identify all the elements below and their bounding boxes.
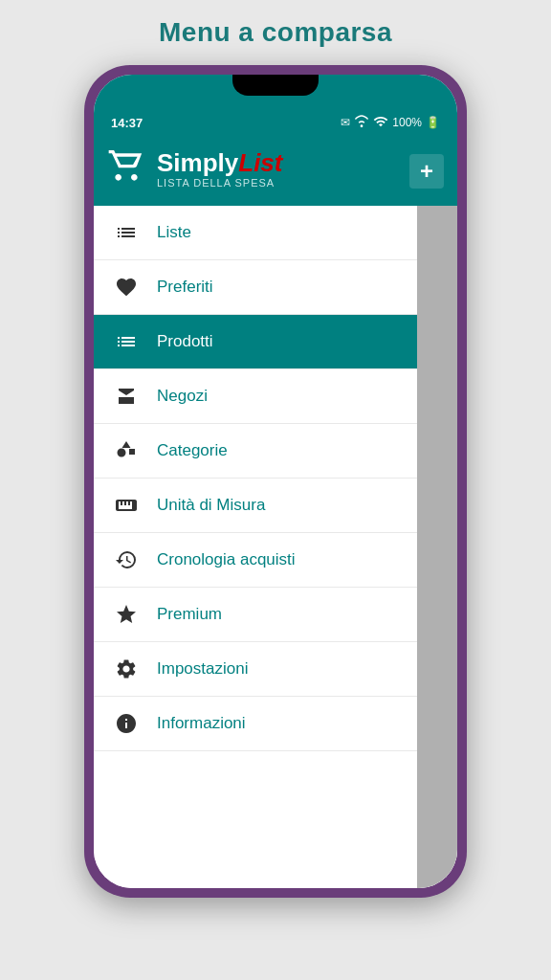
categories-icon (113, 439, 140, 462)
app-title-block: SimplyList LISTA DELLA SPESA (157, 150, 282, 189)
menu-label-premium: Premium (157, 605, 222, 624)
main-content: Liste Preferiti Prodotti (94, 206, 457, 888)
battery-icon: 🔋 (426, 116, 440, 129)
app-title-simply: Simply (157, 148, 238, 177)
menu-label-categorie: Categorie (157, 441, 228, 460)
notch (232, 75, 319, 96)
app-subtitle: LISTA DELLA SPESA (157, 177, 282, 189)
add-button[interactable]: + (409, 154, 444, 189)
cart-icon (107, 145, 145, 192)
star-icon (113, 603, 140, 626)
signal-icon (373, 114, 388, 132)
history-icon (113, 548, 140, 571)
mail-icon: ✉ (341, 116, 350, 129)
menu-item-premium[interactable]: Premium (94, 588, 417, 642)
menu-label-impostazioni: Impostazioni (157, 659, 248, 679)
menu-label-unita-di-misura: Unità di Misura (157, 496, 265, 515)
heart-icon (113, 276, 140, 299)
menu-label-negozi: Negozi (157, 387, 208, 406)
ruler-icon (113, 494, 140, 517)
menu-label-liste: Liste (157, 223, 191, 242)
menu-label-preferiti: Preferiti (157, 278, 213, 297)
status-time: 14:37 (111, 116, 143, 130)
app-title-list: List (238, 148, 282, 177)
settings-icon (113, 657, 140, 680)
battery-status: 100% (392, 116, 422, 129)
menu-label-cronologia-acquisti: Cronologia acquisti (157, 550, 296, 569)
menu-item-preferiti[interactable]: Preferiti (94, 260, 417, 315)
page-title: Menu a comparsa (159, 17, 392, 48)
app-header: SimplyList LISTA DELLA SPESA + (94, 136, 457, 206)
menu-item-informazioni[interactable]: Informazioni (94, 697, 417, 751)
menu-label-informazioni: Informazioni (157, 714, 246, 733)
info-icon (113, 712, 140, 735)
menu-item-categorie[interactable]: Categorie (94, 424, 417, 479)
status-icons: ✉ 100% 🔋 (341, 114, 440, 132)
menu-list: Liste Preferiti Prodotti (94, 206, 417, 888)
list-icon (113, 221, 140, 244)
menu-item-impostazioni[interactable]: Impostazioni (94, 642, 417, 697)
phone-frame: 14:37 ✉ 100% 🔋 (84, 65, 467, 898)
menu-item-cronologia-acquisti[interactable]: Cronologia acquisti (94, 533, 417, 588)
store-icon (113, 385, 140, 408)
notch-bar (94, 75, 457, 109)
status-bar: 14:37 ✉ 100% 🔋 (94, 109, 457, 136)
menu-item-liste[interactable]: Liste (94, 206, 417, 260)
menu-item-unita-di-misura[interactable]: Unità di Misura (94, 479, 417, 533)
wifi-icon (354, 114, 369, 132)
right-sidebar (417, 206, 457, 888)
products-icon (113, 330, 140, 353)
menu-label-prodotti: Prodotti (157, 332, 213, 351)
menu-item-prodotti[interactable]: Prodotti (94, 315, 417, 369)
menu-item-negozi[interactable]: Negozi (94, 369, 417, 424)
